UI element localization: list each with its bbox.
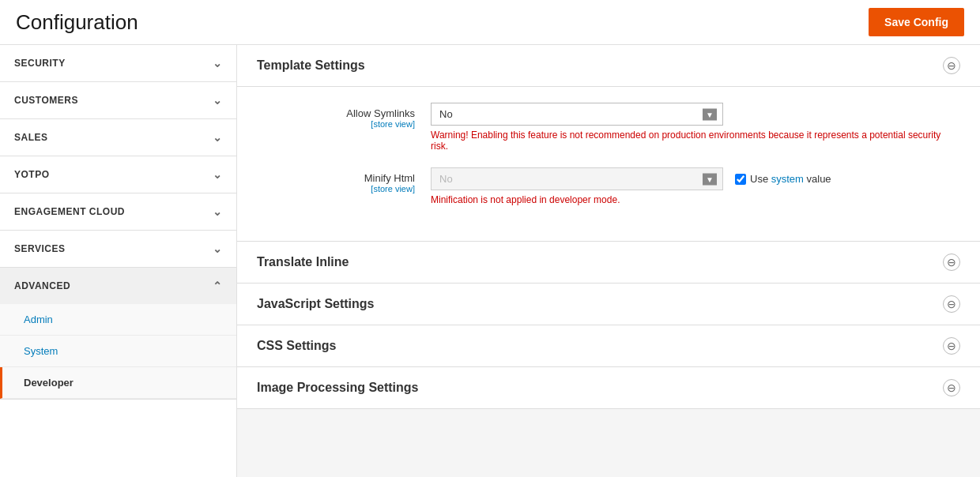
use-system-value-label[interactable]: Use system value	[735, 173, 831, 185]
allow-symlinks-select[interactable]: No Yes	[431, 103, 723, 126]
javascript-settings-title: JavaScript Settings	[257, 297, 375, 311]
sidebar: SECURITY ⌄ CUSTOMERS ⌄ SALES ⌄	[0, 45, 237, 477]
config-section-css-settings: CSS Settings ⊖	[237, 325, 980, 367]
sidebar-section-label: SECURITY	[14, 58, 66, 69]
config-section-javascript-settings: JavaScript Settings ⊖	[237, 284, 980, 325]
sidebar-item-developer[interactable]: Developer	[0, 367, 236, 399]
sidebar-item-yotpo[interactable]: YOTPO ⌄	[0, 156, 236, 193]
config-section-image-processing: Image Processing Settings ⊖	[237, 367, 980, 409]
chevron-down-icon: ⌄	[213, 205, 223, 218]
sidebar-item-engagement-cloud[interactable]: ENGAGEMENT CLOUD ⌄	[0, 193, 236, 230]
chevron-up-icon: ⌃	[213, 280, 223, 292]
chevron-down-icon: ⌄	[213, 57, 223, 69]
template-settings-header[interactable]: Template Settings ⊖	[237, 45, 980, 87]
sidebar-item-system[interactable]: System	[0, 336, 236, 367]
css-settings-title: CSS Settings	[257, 339, 336, 353]
store-view-note: [store view]	[257, 119, 415, 129]
sidebar-section-security: SECURITY ⌄	[0, 45, 236, 82]
sidebar-section-label: SERVICES	[14, 243, 65, 254]
page-title: Configuration	[16, 10, 138, 35]
system-link[interactable]: system	[771, 173, 804, 185]
minify-html-label: Minify Html [store view]	[257, 167, 431, 193]
use-system-value-checkbox[interactable]	[735, 174, 746, 185]
sidebar-section-services: SERVICES ⌄	[0, 231, 236, 268]
sidebar-item-advanced[interactable]: ADVANCED ⌃	[0, 268, 236, 304]
sidebar-section-label: YOTPO	[14, 169, 50, 180]
allow-symlinks-control: No Yes Warning! Enabling this feature is…	[431, 103, 960, 152]
translate-inline-header[interactable]: Translate Inline ⊖	[237, 242, 980, 283]
sidebar-sub-items-advanced: Admin System Developer	[0, 304, 236, 399]
sidebar-section-customers: CUSTOMERS ⌄	[0, 82, 236, 119]
save-config-button[interactable]: Save Config	[869, 8, 964, 36]
sidebar-item-admin[interactable]: Admin	[0, 304, 236, 336]
minify-html-select[interactable]: No Yes	[431, 167, 723, 190]
main-content: Template Settings ⊖ Allow Symlinks [stor…	[237, 45, 980, 477]
minify-html-control: No Yes Use system value Minification is …	[431, 167, 960, 205]
collapse-icon[interactable]: ⊖	[943, 379, 960, 396]
sidebar-section-label: CUSTOMERS	[14, 95, 78, 106]
sidebar-item-sales[interactable]: SALES ⌄	[0, 119, 236, 156]
chevron-down-icon: ⌄	[213, 94, 223, 107]
chevron-down-icon: ⌄	[213, 168, 223, 181]
sidebar-section-label: SALES	[14, 132, 48, 143]
sidebar-section-label: ADVANCED	[14, 280, 70, 291]
sidebar-item-customers[interactable]: CUSTOMERS ⌄	[0, 82, 236, 118]
image-processing-title: Image Processing Settings	[257, 381, 419, 395]
template-settings-body: Allow Symlinks [store view] No Yes	[237, 87, 980, 241]
image-processing-header[interactable]: Image Processing Settings ⊖	[237, 367, 980, 408]
sidebar-item-security[interactable]: SECURITY ⌄	[0, 45, 236, 81]
allow-symlinks-label: Allow Symlinks [store view]	[257, 103, 431, 129]
chevron-down-icon: ⌄	[213, 242, 223, 255]
css-settings-header[interactable]: CSS Settings ⊖	[237, 325, 980, 366]
allow-symlinks-warning: Warning! Enabling this feature is not re…	[431, 130, 960, 152]
store-view-note: [store view]	[257, 184, 415, 193]
collapse-icon[interactable]: ⊖	[943, 337, 960, 355]
field-row-allow-symlinks: Allow Symlinks [store view] No Yes	[257, 103, 960, 152]
sidebar-section-advanced: ADVANCED ⌃ Admin System Developer	[0, 268, 236, 400]
minify-html-note: Minification is not applied in developer…	[431, 194, 960, 205]
collapse-icon[interactable]: ⊖	[943, 295, 960, 313]
sidebar-section-sales: SALES ⌄	[0, 119, 236, 156]
collapse-icon[interactable]: ⊖	[943, 57, 960, 74]
collapse-icon[interactable]: ⊖	[943, 254, 960, 271]
chevron-down-icon: ⌄	[213, 131, 223, 144]
config-section-template-settings: Template Settings ⊖ Allow Symlinks [stor…	[237, 45, 980, 242]
field-row-minify-html: Minify Html [store view] No Yes	[257, 167, 960, 205]
sidebar-section-engagement-cloud: ENGAGEMENT CLOUD ⌄	[0, 193, 236, 231]
use-system-value-text: Use system value	[750, 173, 831, 185]
sidebar-item-services[interactable]: SERVICES ⌄	[0, 231, 236, 267]
template-settings-title: Template Settings	[257, 58, 365, 73]
translate-inline-title: Translate Inline	[257, 255, 349, 269]
sidebar-section-label: ENGAGEMENT CLOUD	[14, 206, 125, 217]
sidebar-section-yotpo: YOTPO ⌄	[0, 156, 236, 193]
config-section-translate-inline: Translate Inline ⊖	[237, 242, 980, 284]
javascript-settings-header[interactable]: JavaScript Settings ⊖	[237, 284, 980, 325]
